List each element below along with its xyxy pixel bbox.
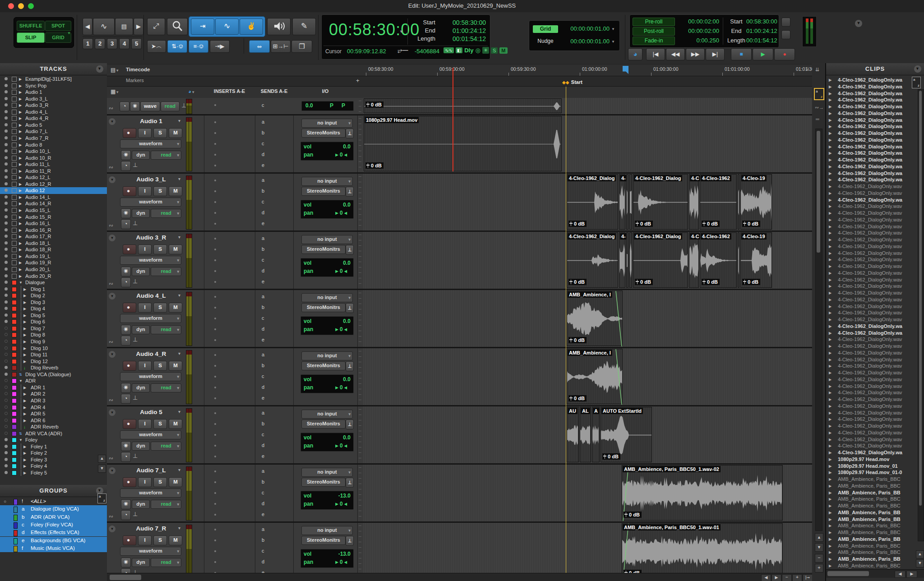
vol-pan-display[interactable]: vol0.0pan▸ 0 ◂ bbox=[300, 258, 354, 277]
track-active-dot[interactable] bbox=[5, 136, 8, 139]
insert-slot-dot[interactable] bbox=[214, 339, 216, 341]
insert-slot-dot[interactable] bbox=[214, 354, 216, 356]
clip-item-arrow-icon[interactable]: ▶ bbox=[829, 190, 832, 197]
group-row[interactable]: dEffects (Effects VCA) bbox=[0, 529, 107, 536]
track-active-dot[interactable] bbox=[5, 274, 8, 277]
io-output-selector[interactable]: StereoMonitrs bbox=[301, 361, 346, 370]
sidebar-track-row[interactable]: ▶Dlog 6 bbox=[0, 318, 107, 325]
clip-list-item[interactable]: ▶AMB_Ambience, Paris_BB bbox=[826, 489, 916, 496]
output-assign-button[interactable]: ⊥ bbox=[346, 420, 354, 429]
track-color-chip[interactable] bbox=[12, 201, 17, 206]
sidebar-track-row[interactable]: ▶Audio 19_L bbox=[0, 253, 107, 260]
clip-gain-badge[interactable]: 0 dB bbox=[624, 512, 642, 518]
track-active-dot[interactable] bbox=[5, 333, 8, 336]
insert-slot-dot[interactable] bbox=[214, 328, 216, 330]
clip-list-item[interactable]: ▶4-Cleo-1962_DialogOnly.wa bbox=[826, 323, 916, 330]
dyn-button[interactable]: dyn bbox=[132, 500, 150, 509]
audio-clip[interactable]: AL bbox=[580, 407, 591, 462]
track-lane[interactable]: AMB_Ambience, I0 dB bbox=[363, 290, 812, 347]
elastic-link-icon[interactable]: ∾ bbox=[109, 164, 113, 171]
track-name-chevron-icon[interactable]: ▾ bbox=[178, 467, 180, 472]
clip-list-item[interactable]: ▶4-Cleo-1962_DialogOnly.wav bbox=[826, 223, 916, 230]
elastic-link-icon[interactable]: ∾ bbox=[109, 397, 113, 403]
insert-slot-dot[interactable] bbox=[214, 365, 216, 367]
audio-clip[interactable]: AMB_Ambience, I0 dB bbox=[567, 290, 623, 346]
sidebar-track-row[interactable]: ▶Audio 1 bbox=[0, 89, 107, 96]
track-view-selector[interactable]: waveform▾ bbox=[120, 256, 181, 265]
insert-slot-dot[interactable] bbox=[214, 307, 216, 309]
sidebar-track-row[interactable]: ▶Audio 11_L bbox=[0, 161, 107, 168]
audio-clip[interactable]: A bbox=[592, 407, 600, 462]
sidebar-track-row[interactable]: ▶Audio 16_L bbox=[0, 220, 107, 227]
track-color-chip[interactable] bbox=[12, 241, 17, 246]
insert-slot-dot[interactable] bbox=[214, 514, 216, 516]
clip-item-arrow-icon[interactable]: ▶ bbox=[829, 470, 832, 476]
clip-item-arrow-icon[interactable]: ▶ bbox=[829, 177, 832, 183]
audio-clip[interactable]: 4-C bbox=[689, 174, 699, 230]
automation-mode-selector[interactable]: read▾ bbox=[151, 209, 181, 218]
vol-pan-display[interactable]: vol-13.0pan▸ 0 ◂ bbox=[300, 491, 354, 510]
track-color-chip[interactable] bbox=[12, 162, 17, 167]
clip-item-arrow-icon[interactable]: ▶ bbox=[829, 516, 832, 523]
sidebar-track-row[interactable]: ▶Dlog 12 bbox=[0, 358, 107, 365]
send-slot-label[interactable]: d bbox=[262, 210, 264, 215]
sidebar-track-row[interactable]: ▶Audio 5 bbox=[0, 122, 107, 129]
mute-button[interactable]: M bbox=[169, 244, 182, 254]
send-slot-label[interactable]: e bbox=[262, 337, 264, 342]
clip-item-arrow-icon[interactable]: ▶ bbox=[829, 543, 832, 549]
track-active-dot[interactable] bbox=[5, 215, 8, 218]
track-active-dot[interactable] bbox=[5, 195, 8, 198]
group-row[interactable]: aDialogue (Dlog VCA) bbox=[0, 505, 107, 513]
nudge-chevron-icon[interactable]: ▼ bbox=[611, 40, 615, 44]
pan-pie-button[interactable]: ◔ bbox=[121, 219, 131, 229]
send-slot-label[interactable]: b bbox=[262, 304, 264, 310]
link-track-edit-button[interactable]: ≡·⎊ bbox=[189, 40, 208, 53]
clip-item-arrow-icon[interactable]: ▶ bbox=[829, 503, 832, 509]
clip-list-item[interactable]: ▶4-Cleo-1962_DialogOnly.wav bbox=[826, 183, 916, 190]
clips-scroll-down-button[interactable]: ▼ bbox=[916, 559, 924, 567]
clip-item-arrow-icon[interactable]: ▶ bbox=[829, 283, 832, 290]
track-color-chip[interactable] bbox=[12, 149, 17, 154]
mute-button[interactable]: M bbox=[169, 128, 182, 138]
elastic-link-icon[interactable]: ∾ bbox=[109, 105, 113, 111]
track-active-dot[interactable] bbox=[5, 261, 8, 264]
io-input-selector[interactable]: no input▾ bbox=[301, 526, 353, 535]
spot-mode-button[interactable]: SPOT bbox=[45, 21, 71, 31]
sidebar-track-row[interactable]: ▶ADR 2 bbox=[0, 391, 107, 397]
clip-item-arrow-icon[interactable]: ▶ bbox=[829, 523, 832, 529]
send-slot-label[interactable]: e bbox=[262, 221, 264, 226]
audio-clip[interactable]: 4- bbox=[619, 232, 625, 288]
clip-item-arrow-icon[interactable]: ▶ bbox=[829, 304, 832, 310]
half-block-icon[interactable]: ◧ bbox=[456, 47, 462, 53]
audio-clip[interactable] bbox=[629, 174, 632, 230]
clip-gain-badge[interactable]: 0 dB bbox=[702, 221, 720, 227]
send-slot-label[interactable]: c bbox=[262, 374, 264, 379]
track-color-chip[interactable] bbox=[12, 274, 17, 279]
insert-slot-dot[interactable] bbox=[214, 281, 216, 283]
track-active-dot[interactable] bbox=[5, 169, 8, 172]
track-active-dot[interactable] bbox=[5, 425, 8, 428]
main-counter-chevron-icon[interactable]: ▼ bbox=[399, 29, 403, 34]
scroll-right-button[interactable]: ▶ bbox=[772, 574, 781, 581]
send-slot-label[interactable]: e bbox=[262, 512, 264, 517]
track-color-chip[interactable] bbox=[12, 365, 17, 370]
track-active-dot[interactable] bbox=[5, 386, 8, 389]
vol-pan-display[interactable]: vol0.0pan▸ 0 ◂ bbox=[300, 374, 354, 393]
clip-list-item[interactable]: ▶AMB_Ambience, Paris_BBC bbox=[826, 483, 916, 489]
ruler-view-icon[interactable]: ▤▼ bbox=[111, 67, 119, 73]
stop-button[interactable]: ■ bbox=[731, 48, 752, 60]
groups-sort-az-icon[interactable]: az bbox=[97, 493, 106, 503]
track-color-chip[interactable] bbox=[12, 352, 17, 357]
elastic-link-icon[interactable]: ∾ bbox=[109, 281, 113, 287]
tracklist-scroll-up-button[interactable]: ▲ bbox=[98, 455, 106, 463]
selector-tool-button[interactable]: ∿ bbox=[215, 18, 239, 35]
track-active-dot[interactable] bbox=[5, 202, 8, 205]
input-monitor-button[interactable]: I bbox=[138, 477, 152, 487]
sidebar-track-row[interactable]: ▶Audio 16_R bbox=[0, 227, 107, 234]
clip-gain-badge[interactable]: 0 dB bbox=[702, 279, 720, 285]
clip-list-item[interactable]: ▶4-Cleo-1962_DialogOnly.wa bbox=[826, 97, 916, 103]
track-active-dot[interactable] bbox=[5, 353, 8, 356]
track-color-chip[interactable] bbox=[12, 116, 17, 121]
clip-list-item[interactable]: ▶4-Cleo-1962_DialogOnly.wav bbox=[826, 243, 916, 250]
clip-item-arrow-icon[interactable]: ▶ bbox=[829, 343, 832, 350]
